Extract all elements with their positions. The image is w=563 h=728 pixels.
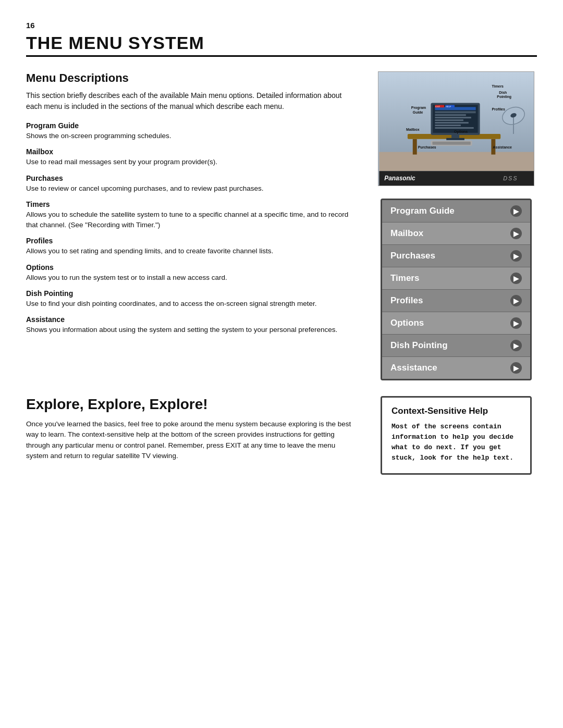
illustration-inner: EXIT HELP Timers Dish Pointing Program G… (378, 72, 534, 186)
svg-text:Pointing: Pointing (497, 95, 511, 99)
explore-body: Once you've learned the basics, feel fre… (26, 419, 357, 461)
menu-panel-item-profiles: Profiles ▶ (382, 290, 530, 312)
menu-panel: Program Guide ▶ Mailbox ▶ Purchases ▶ Ti… (381, 199, 532, 380)
menu-item-heading-dish-pointing: Dish Pointing (26, 289, 357, 298)
svg-text:Timers: Timers (492, 84, 504, 88)
svg-rect-14 (435, 127, 473, 129)
menu-panel-item-program-guide: Program Guide ▶ (382, 200, 530, 223)
menu-item-desc-dish-pointing: Use to find your dish pointing coordinat… (26, 299, 357, 309)
svg-rect-1 (379, 152, 534, 171)
explore-right: Context-Sensitive Help Most of the scree… (375, 396, 537, 475)
menu-panel-arrow-options: ▶ (510, 317, 522, 329)
menu-panel-item-options: Options ▶ (382, 312, 530, 335)
menu-item-desc-timers: Allows you to schedule the satellite sys… (26, 209, 357, 231)
explore-left: Explore, Explore, Explore! Once you've l… (26, 396, 357, 475)
svg-rect-8 (435, 111, 475, 113)
svg-rect-10 (435, 117, 471, 118)
svg-rect-13 (435, 125, 461, 126)
menu-item-heading-timers: Timers (26, 200, 357, 208)
left-column: Menu Descriptions This section briefly d… (26, 71, 357, 380)
svg-rect-18 (432, 142, 470, 145)
menu-panel-label-timers: Timers (390, 273, 419, 283)
menu-panel-item-timers: Timers ▶ (382, 267, 530, 290)
menu-panel-arrow-profiles: ▶ (510, 295, 522, 306)
menu-panel-arrow-assistance: ▶ (510, 362, 522, 374)
svg-text:Program: Program (411, 106, 426, 110)
explore-heading: Explore, Explore, Explore! (26, 396, 357, 413)
svg-text:HELP: HELP (446, 105, 451, 108)
svg-text:Options: Options (454, 130, 468, 134)
menu-item-assistance: Assistance Shows you information about u… (26, 315, 357, 335)
menu-item-heading-assistance: Assistance (26, 315, 357, 324)
svg-rect-11 (435, 119, 463, 121)
menu-item-desc-options: Allows you to run the system test or to … (26, 273, 357, 283)
context-help-box: Context-Sensitive Help Most of the scree… (381, 396, 532, 475)
menu-panel-item-purchases: Purchases ▶ (382, 245, 530, 267)
main-title: THE MENU SYSTEM (26, 33, 537, 53)
menu-panel-arrow-dish-pointing: ▶ (510, 340, 522, 351)
menu-panel-arrow-purchases: ▶ (510, 250, 522, 262)
menu-item-desc-program-guide: Shows the on-screen programming schedule… (26, 131, 357, 141)
menu-descriptions-heading: Menu Descriptions (26, 71, 357, 85)
menu-panel-label-assistance: Assistance (390, 363, 437, 373)
menu-panel-label-purchases: Purchases (390, 251, 435, 261)
illustration-svg: EXIT HELP Timers Dish Pointing Program G… (378, 72, 534, 186)
menu-item-heading-profiles: Profiles (26, 237, 357, 245)
bottom-two-col: Explore, Explore, Explore! Once you've l… (26, 396, 537, 475)
title-divider (26, 55, 537, 57)
svg-rect-16 (446, 138, 464, 140)
explore-section: Explore, Explore, Explore! Once you've l… (26, 396, 537, 475)
menu-item-heading-program-guide: Program Guide (26, 121, 357, 130)
menu-item-desc-mailbox: Use to read mail messages sent by your p… (26, 157, 357, 167)
page-number: 16 (26, 21, 537, 30)
menu-item-desc-purchases: Use to review or cancel upcoming purchas… (26, 183, 357, 194)
menu-panel-item-assistance: Assistance ▶ (382, 357, 530, 379)
menu-item-desc-profiles: Allows you to set rating and spending li… (26, 246, 357, 256)
svg-text:Panasonic: Panasonic (384, 175, 415, 182)
menu-item-desc-assistance: Shows you information about using the sy… (26, 325, 357, 335)
menu-item-heading-options: Options (26, 263, 357, 272)
menu-panel-label-options: Options (390, 318, 424, 328)
menu-panel-label-mailbox: Mailbox (390, 228, 423, 239)
menu-panel-arrow-timers: ▶ (510, 273, 522, 284)
menu-descriptions-intro: This section briefly describes each of t… (26, 90, 357, 112)
svg-text:Assistance: Assistance (493, 145, 512, 149)
menu-item-mailbox: Mailbox Use to read mail messages sent b… (26, 147, 357, 167)
menu-item-heading-mailbox: Mailbox (26, 147, 357, 156)
svg-rect-12 (435, 122, 468, 124)
menu-item-options: Options Allows you to run the system tes… (26, 263, 357, 283)
menu-item-dish-pointing: Dish Pointing Use to find your dish poin… (26, 289, 357, 309)
menu-panel-arrow-mailbox: ▶ (510, 228, 522, 239)
right-column: EXIT HELP Timers Dish Pointing Program G… (375, 71, 537, 380)
svg-rect-3 (413, 139, 417, 155)
menu-panel-label-profiles: Profiles (390, 295, 423, 306)
main-two-col: Menu Descriptions This section briefly d… (26, 71, 537, 380)
menu-panel-label-dish-pointing: Dish Pointing (390, 340, 448, 351)
context-help-title: Context-Sensitive Help (391, 406, 521, 416)
svg-rect-15 (451, 135, 459, 138)
menu-panel-arrow-program-guide: ▶ (510, 205, 522, 217)
svg-text:Mailbox: Mailbox (406, 128, 420, 131)
svg-text:EXIT: EXIT (435, 105, 440, 108)
svg-text:Profiles: Profiles (492, 107, 505, 111)
svg-text:Guide: Guide (413, 110, 423, 114)
svg-rect-9 (435, 114, 466, 116)
menu-item-profiles: Profiles Allows you to set rating and sp… (26, 237, 357, 256)
svg-text:Purchases: Purchases (418, 145, 436, 149)
svg-text:Dish: Dish (499, 91, 507, 94)
menu-item-program-guide: Program Guide Shows the on-screen progra… (26, 121, 357, 141)
menu-panel-label-program-guide: Program Guide (390, 206, 455, 216)
svg-text:DSS: DSS (503, 175, 518, 181)
menu-panel-item-dish-pointing: Dish Pointing ▶ (382, 335, 530, 357)
menu-item-heading-purchases: Purchases (26, 174, 357, 182)
menu-panel-item-mailbox: Mailbox ▶ (382, 223, 530, 245)
panasonic-illustration: EXIT HELP Timers Dish Pointing Program G… (378, 71, 534, 186)
context-help-body: Most of the screens contain information … (391, 422, 521, 464)
menu-item-purchases: Purchases Use to review or cancel upcomi… (26, 174, 357, 194)
menu-item-timers: Timers Allows you to schedule the satell… (26, 200, 357, 231)
